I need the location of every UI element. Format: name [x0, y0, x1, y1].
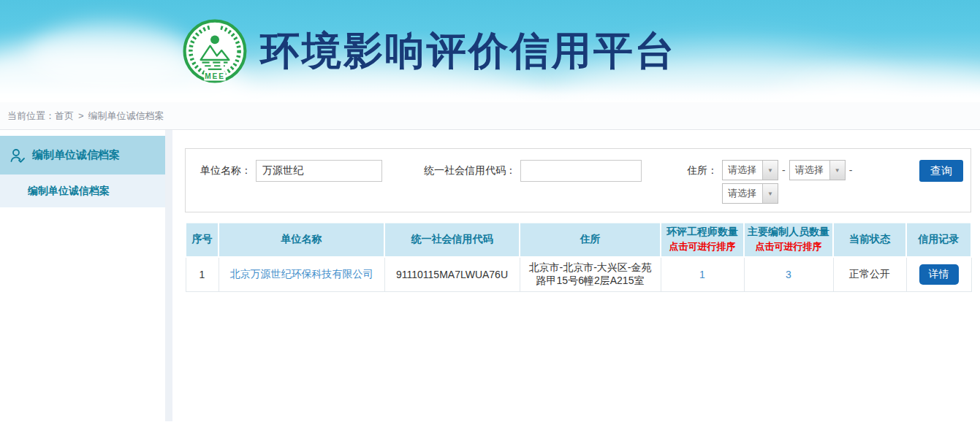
breadcrumb: 当前位置：首页>编制单位诚信档案	[0, 102, 980, 130]
chevron-down-icon[interactable]: ▼	[829, 161, 845, 180]
sort-hint[interactable]: 点击可进行排序	[663, 240, 742, 253]
table-header-row: 序号 单位名称 统一社会信用代码 住所 环评工程师数量 点击可进行排序 主要编制…	[186, 223, 971, 257]
cell-status: 正常公开	[833, 257, 906, 292]
staff-count-link[interactable]: 3	[786, 269, 791, 280]
site-header: MEE 环境影响评价信用平台	[0, 0, 980, 102]
cell-engineer-count: 1	[661, 257, 744, 292]
col-status: 当前状态	[833, 223, 906, 257]
cell-company: 北京万源世纪环保科技有限公司	[219, 257, 384, 292]
district-select[interactable]: 请选择 ▼	[722, 183, 778, 204]
breadcrumb-separator: >	[78, 110, 84, 121]
col-engineer-count[interactable]: 环评工程师数量 点击可进行排序	[661, 223, 744, 257]
sidebar-subitem-label: 编制单位诚信档案	[28, 185, 110, 198]
query-button[interactable]: 查询	[919, 160, 963, 182]
col-index: 序号	[186, 223, 219, 257]
brand: MEE 环境影响评价信用平台	[0, 0, 980, 102]
company-name-label: 单位名称：	[200, 164, 251, 177]
sidebar: 编制单位诚信档案 编制单位诚信档案	[0, 130, 165, 421]
user-check-icon	[9, 147, 26, 164]
col-company: 单位名称	[219, 223, 384, 257]
city-select[interactable]: 请选择 ▼	[789, 160, 846, 180]
cell-credit-code: 91110115MA7LWUA76U	[384, 257, 520, 292]
mee-logo-icon: MEE	[181, 18, 248, 85]
svg-text:MEE: MEE	[205, 72, 224, 80]
cell-credit-record: 详情	[906, 257, 971, 292]
site-title: 环境影响评价信用平台	[260, 25, 677, 78]
detail-button[interactable]: 详情	[919, 264, 959, 285]
table-row: 1 北京万源世纪环保科技有限公司 91110115MA7LWUA76U 北京市-…	[186, 257, 971, 292]
credit-code-input[interactable]	[520, 160, 642, 182]
result-table: 序号 单位名称 统一社会信用代码 住所 环评工程师数量 点击可进行排序 主要编制…	[185, 223, 972, 292]
sidebar-content-divider	[165, 130, 172, 421]
sidebar-item-unit-credit-archive[interactable]: 编制单位诚信档案	[0, 136, 165, 174]
content: 单位名称： 统一社会信用代码： 住所： 请选择 ▼ -	[172, 130, 980, 421]
company-name-input[interactable]	[256, 160, 382, 182]
main-area: 编制单位诚信档案 编制单位诚信档案 单位名称： 统一社会信用代码： 住所：	[0, 130, 980, 421]
search-panel: 单位名称： 统一社会信用代码： 住所： 请选择 ▼ -	[185, 148, 971, 212]
col-staff-count[interactable]: 主要编制人员数量 点击可进行排序	[744, 223, 833, 257]
sort-hint[interactable]: 点击可进行排序	[746, 240, 831, 253]
address-dash: -	[782, 164, 786, 176]
cell-staff-count: 3	[744, 257, 833, 292]
province-select[interactable]: 请选择 ▼	[722, 160, 778, 180]
sidebar-subitem-unit-credit-archive[interactable]: 编制单位诚信档案	[0, 174, 165, 207]
chevron-down-icon[interactable]: ▼	[762, 161, 778, 180]
breadcrumb-home-link[interactable]: 首页	[55, 110, 74, 121]
address-label: 住所：	[687, 160, 718, 180]
engineer-count-link[interactable]: 1	[699, 269, 705, 280]
breadcrumb-current: 编制单位诚信档案	[88, 110, 164, 121]
company-link[interactable]: 北京万源世纪环保科技有限公司	[230, 268, 373, 280]
credit-code-label: 统一社会信用代码：	[424, 164, 516, 177]
chevron-down-icon[interactable]: ▼	[762, 184, 778, 203]
breadcrumb-label: 当前位置：	[7, 110, 55, 121]
cell-address: 北京市-北京市-大兴区-金苑路甲15号6幢2层A215室	[520, 257, 661, 292]
address-dash: -	[849, 164, 853, 176]
col-credit-code: 统一社会信用代码	[384, 223, 520, 257]
col-credit-record: 信用记录	[906, 223, 971, 257]
sidebar-item-label: 编制单位诚信档案	[32, 148, 120, 162]
cell-index: 1	[186, 257, 219, 292]
col-address: 住所	[520, 223, 661, 257]
